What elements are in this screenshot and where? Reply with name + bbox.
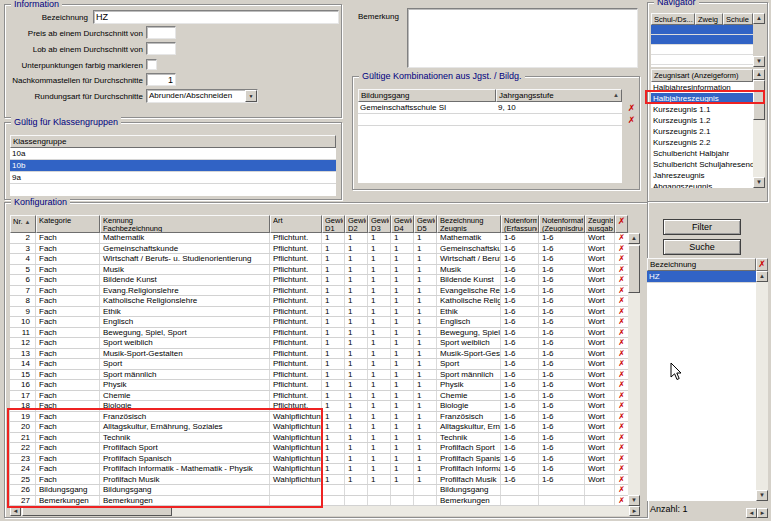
navigator-grid-row[interactable] [651,45,753,55]
navigator-grid-row[interactable] [651,35,753,45]
column-header-klassengruppe[interactable]: Klassengruppe [10,135,336,148]
scroll-thumb[interactable] [753,80,765,120]
unterpunktungen-checkbox[interactable] [146,59,157,70]
chevron-down-icon[interactable]: ▼ [245,90,257,102]
scroll-left-icon[interactable]: ◄ [10,506,21,516]
delete-row-icon[interactable]: ✗ [615,275,628,285]
zeugnisart-item[interactable]: Halbjahreszeugnis [651,93,753,104]
konfiguration-row[interactable]: 20FachAlltagskultur, Ernährung, Soziales… [10,422,628,433]
zeugnisart-item[interactable]: Kurszeugnis 1.2 [651,115,753,126]
scroll-down-icon[interactable]: ▼ [753,56,765,67]
zeugnisart-item[interactable]: Schulbericht Schuljahresende [651,159,753,170]
zeugnisart-scrollbar[interactable] [753,80,765,177]
delete-icon[interactable]: ✗ [756,258,768,271]
bemerkung-textarea[interactable] [407,8,638,68]
zeugnisart-item[interactable]: Kurszeugnis 2.2 [651,137,753,148]
kombinationen-row[interactable] [358,114,622,126]
delete-row-icon[interactable]: ✗ [615,412,628,422]
column-header-zweig[interactable]: Zweig [695,13,723,25]
scroll-down-icon[interactable]: ▼ [753,177,765,188]
konfiguration-hscrollbar[interactable]: ◄ ► [10,506,640,516]
scroll-right-icon[interactable]: ► [757,508,768,518]
scroll-right-icon[interactable]: ► [629,506,640,516]
delete-row-icon[interactable]: ✗ [615,233,628,243]
konfiguration-row[interactable]: 15FachSport männlichPflichtunt.11111Spor… [10,370,628,381]
column-header-bildungsgang[interactable]: Bildungsgang [358,89,496,102]
konfiguration-row[interactable]: 17FachChemiePflichtunt.11111Chemie1-61-6… [10,391,628,402]
konfiguration-column-header[interactable]: Nr.▲ [10,215,36,233]
konfiguration-row[interactable]: 24FachProfilfach Informatik - Mathematik… [10,464,628,475]
konfiguration-column-header[interactable]: GewichtD2 [345,215,368,233]
konfiguration-row[interactable]: 23FachProfilfach SpanischWahlpflichtunt1… [10,454,628,465]
konfiguration-row[interactable]: 8FachKatholische ReligionslehrePflichtun… [10,296,628,307]
konfiguration-row[interactable]: 12FachSport weiblichPflichtunt.11111Spor… [10,338,628,349]
konfiguration-row[interactable]: 25FachProfilfach MusikWahlpflichtunt1111… [10,475,628,486]
delete-row-icon[interactable]: ✗ [615,485,628,495]
konfiguration-row[interactable]: 22FachProfilfach SportWahlpflichtunt1111… [10,443,628,454]
konfiguration-row[interactable]: 19FachFranzösischWahlpflichtunt11111Fran… [10,412,628,423]
konfiguration-column-header[interactable]: Notenformat(Erfassung) [501,215,539,233]
konfiguration-column-header[interactable]: Art [270,215,322,233]
konfiguration-column-header[interactable]: GewichtD4 [391,215,414,233]
delete-row-icon[interactable]: ✗ [615,433,628,443]
konfiguration-row[interactable]: 21FachTechnikWahlpflichtunt11111Technik1… [10,433,628,444]
zeugnisart-header[interactable]: Zeugnisart (Anzeigeform) [651,69,753,82]
delete-row-icon[interactable]: ✗ [615,443,628,453]
konfiguration-column-header[interactable]: GewichtD5 [414,215,437,233]
column-header-bezeichnung[interactable]: Bezeichnung [647,258,756,271]
delete-row-icon[interactable]: ✗ [615,464,628,474]
bezeichnung-row[interactable]: HZ [647,271,756,283]
preis-input[interactable] [146,26,176,39]
navigator-grid-row[interactable] [651,25,753,35]
delete-row-icon[interactable]: ✗ [615,317,628,327]
konfiguration-vscrollbar[interactable]: ▲ ▼ [628,233,640,506]
scroll-thumb[interactable] [22,506,172,516]
delete-row-icon[interactable]: ✗ [615,496,628,506]
suche-button[interactable]: Suche [663,239,741,255]
delete-row-icon[interactable]: ✗ [615,349,628,359]
delete-row-icon[interactable]: ✗ [615,286,628,296]
klassengruppe-row[interactable]: 9a [10,172,336,184]
column-header-schul-ds[interactable]: Schul-/Ds... [651,13,695,25]
scroll-thumb[interactable] [628,245,640,293]
konfiguration-row[interactable]: 18FachBiologiePflichtunt.11111Biologie1-… [10,401,628,412]
column-header-schule[interactable]: Schule [723,13,753,25]
scroll-up-icon[interactable]: ▲ [628,233,640,244]
kombinationen-row[interactable]: Gemeinschaftsschule SI9, 10 [358,102,622,114]
zeugnisart-item[interactable]: Jahreszeugnis [651,170,753,181]
filter-button[interactable]: Filter [663,219,741,235]
delete-row-icon[interactable]: ✗ [615,401,628,411]
konfiguration-row[interactable]: 6FachBildende KunstPflichtunt.11111Bilde… [10,275,628,286]
konfiguration-row[interactable]: 16FachPhysikPflichtunt.11111Physik1-61-6… [10,380,628,391]
zeugnisart-item[interactable]: Halbjahresinformation [651,82,753,93]
bezeichnung-scrollbar[interactable]: ▲ ▼ [756,271,768,501]
delete-row-icon[interactable]: ✗ [615,475,628,485]
delete-row-icon[interactable]: ✗ [615,422,628,432]
delete-row-icon[interactable]: ✗ [615,370,628,380]
konfiguration-column-header[interactable]: GewichtD3 [368,215,391,233]
nachkommastellen-input[interactable] [146,73,176,86]
konfiguration-column-header[interactable]: KennungFachbezeichnung [100,215,270,233]
delete-row-icon[interactable]: ✗ [615,296,628,306]
scroll-up-icon[interactable]: ▲ [753,69,765,80]
delete-row-icon[interactable]: ✗ [615,307,628,317]
konfiguration-row[interactable]: 4FachWirtschaft / Berufs- u. Studienorie… [10,254,628,265]
rundungsart-select[interactable]: Abrunden/Abschneiden ▼ [146,89,258,103]
konfiguration-row[interactable]: 9FachEthikPflichtunt.11111Ethik1-61-6Wor… [10,307,628,318]
konfiguration-row[interactable]: 7FachEvang.ReligionslehrePflichtunt.1111… [10,286,628,297]
konfiguration-row[interactable]: 26BildungsgangBildungsgangBildungsgang✗ [10,485,628,496]
konfiguration-row[interactable]: 5FachMusikPflichtunt.11111Musik1-61-6Wor… [10,265,628,276]
konfiguration-row[interactable]: 11FachBewegung, Spiel, SportPflichtunt.1… [10,328,628,339]
delete-row-icon[interactable]: ✗ [615,254,628,264]
delete-row-icon[interactable]: ✗ [615,380,628,390]
konfiguration-row[interactable]: 13FachMusik-Sport-GestaltenPflichtunt.11… [10,349,628,360]
bezeichnung-input[interactable] [93,10,339,24]
delete-row-icon[interactable]: ✗ [615,359,628,369]
delete-all-icon[interactable]: ✗ [615,215,628,233]
konfiguration-column-header[interactable]: Zeugnis-ausgabe [585,215,615,233]
konfiguration-row[interactable]: 2FachMathematikPflichtunt.11111Mathemati… [10,233,628,244]
delete-row-icon[interactable]: ✗ [615,265,628,275]
klassengruppe-row[interactable]: 10a [10,148,336,160]
zeugnisart-item[interactable]: Abgangszeugnis [651,181,753,188]
delete-row-icon[interactable]: ✗ [626,103,637,113]
